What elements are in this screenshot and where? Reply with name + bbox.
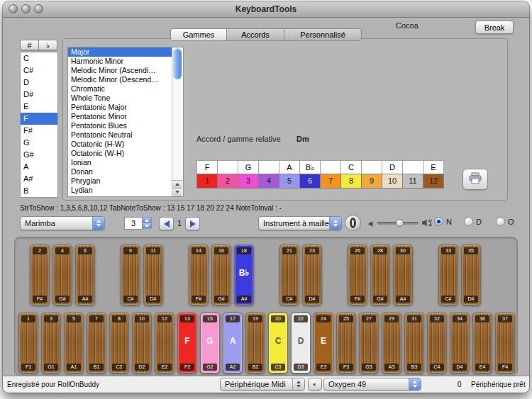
scale-list-item[interactable]: Ionian	[68, 158, 172, 167]
keyboard-bar-a1[interactable]: 5A1	[64, 313, 84, 373]
prev-page-button[interactable]	[159, 217, 174, 230]
note-list-item[interactable]: A	[21, 161, 57, 173]
keyboard-bar-e4[interactable]: 36E4	[472, 313, 492, 373]
scale-list-item[interactable]: Octatonic (H-W)	[68, 140, 172, 149]
sound-toggle-button[interactable]	[345, 215, 361, 231]
flat-button[interactable]: ♭	[38, 40, 57, 50]
keyboard-bar-gs[interactable]: 28G#	[370, 245, 390, 305]
note-list-item[interactable]: E	[21, 101, 57, 113]
stepper-down-button[interactable]	[142, 223, 152, 229]
zoom-button[interactable]	[34, 4, 43, 13]
break-button[interactable]: Break	[475, 21, 514, 34]
note-list-item[interactable]: G#	[21, 149, 57, 161]
bar-note-label: A#	[78, 296, 92, 303]
scale-list-item[interactable]: Chromatic	[68, 84, 172, 94]
keyboard-bar-fs[interactable]: 2F#	[30, 245, 50, 305]
tab-gammes[interactable]: Gammes	[170, 28, 227, 41]
keyboard-bar-cs[interactable]: 9C#	[121, 245, 140, 305]
keyboard-bar-gs[interactable]: 16G#	[211, 245, 231, 305]
scale-list-item[interactable]: Phrygian	[68, 176, 172, 186]
keyboard-bar-c4[interactable]: 32C4	[427, 313, 447, 373]
keyboard-bar-cs[interactable]: 21C#	[279, 245, 299, 305]
tab-personnalise[interactable]: Personnalisé	[284, 28, 362, 41]
scale-list-scrollbar[interactable]	[172, 47, 183, 196]
scale-list-item[interactable]: Pentatonic Major	[68, 103, 172, 112]
instrument-popup[interactable]: Marimba	[20, 216, 105, 230]
tab-accords[interactable]: Accords	[226, 28, 284, 41]
note-list-item[interactable]: B	[21, 185, 57, 197]
note-list-item[interactable]: C	[21, 52, 57, 64]
keyboard-bar-g3[interactable]: 27G3	[359, 313, 379, 373]
scale-list-item[interactable]: Major	[68, 47, 172, 57]
bar-number-label: 33	[441, 247, 455, 254]
note-list-item[interactable]: G	[21, 137, 57, 149]
radio-n[interactable]	[434, 217, 443, 226]
volume-slider[interactable]	[377, 222, 419, 225]
keyboard-bar-fs[interactable]: 26F#	[348, 245, 367, 305]
minimize-button[interactable]	[21, 4, 31, 13]
keyboard-bar-ds[interactable]: 23D#	[302, 245, 322, 305]
keyboard-bar-ds[interactable]: 35D#	[461, 245, 481, 305]
keyboard-bar-gs[interactable]: 4G#	[52, 245, 72, 305]
keyboard-bar-a2[interactable]: 17AA2	[223, 313, 243, 373]
keyboard-bar-cs[interactable]: 33C#	[438, 245, 458, 305]
close-button[interactable]	[9, 4, 18, 13]
bar-number-label: 25	[339, 315, 353, 322]
device-select-popup[interactable]: Oxygen 49	[323, 378, 421, 390]
print-button[interactable]	[462, 169, 488, 190]
keyboard-bar-c2[interactable]: 8C2	[109, 313, 129, 373]
scale-list-item[interactable]: Melodic Minor (Descend…	[68, 75, 172, 84]
scale-list-item[interactable]: Lydian	[68, 186, 172, 195]
keyboard-bar-e3[interactable]: 24EE3	[314, 313, 333, 373]
scale-list-item[interactable]: Pentatonic Blues	[68, 121, 172, 130]
scale-list-item[interactable]: Pentatonic Neutral	[68, 130, 172, 140]
radio-o[interactable]	[496, 217, 505, 226]
next-page-button[interactable]	[185, 217, 200, 230]
scale-list-item[interactable]: Pentatonic Minor	[68, 112, 172, 121]
note-list-item[interactable]: D	[21, 77, 57, 89]
keyboard-bar-as[interactable]: 30A#	[393, 245, 413, 305]
scale-list-item[interactable]: Dorian	[68, 167, 172, 176]
keyboard-bar-as[interactable]: 18B♭A#	[234, 245, 254, 305]
note-list-item[interactable]: F#	[21, 125, 57, 137]
scale-list-item[interactable]: Harmonic Minor	[68, 57, 172, 66]
keyboard-bar-d4[interactable]: 34D4	[450, 313, 470, 373]
popup-arrows-icon	[292, 378, 304, 390]
mallet-instrument-popup[interactable]: Instrument à maillet	[258, 216, 342, 230]
keyboard-bar-g2[interactable]: 15GG2	[200, 313, 220, 373]
note-list-item[interactable]: F	[21, 113, 57, 125]
scale-list-item[interactable]: Melodic Minor (Ascendi…	[68, 66, 172, 75]
keyboard-bar-g1[interactable]: 3G1	[41, 313, 61, 373]
bar-note-display: B♭	[235, 268, 253, 278]
keyboard-bar-fs[interactable]: 14F#	[189, 245, 209, 305]
keyboard-bar-as[interactable]: 6A#	[75, 245, 95, 305]
keyboard-bar-f2[interactable]: 13FF2	[177, 313, 197, 373]
radio-d[interactable]	[464, 217, 473, 226]
keyboard-bar-ds[interactable]: 11D#	[143, 245, 163, 305]
keyboard-bar-e2[interactable]: 12E2	[155, 313, 174, 373]
keyboard-bar-b3[interactable]: 31B3	[404, 313, 424, 373]
note-list-item[interactable]: A#	[21, 173, 57, 185]
keyboard-bar-b2[interactable]: 19B2	[245, 313, 265, 373]
keyboard-bar-f3[interactable]: 25F3	[336, 313, 356, 373]
scrollbar-thumb[interactable]	[173, 48, 182, 79]
bar-note-label: D#	[464, 296, 478, 303]
volume-slider-thumb[interactable]	[396, 219, 404, 227]
note-list-item[interactable]: D#	[21, 89, 57, 101]
scale-list-item[interactable]: Whole Tone	[68, 94, 172, 103]
midi-sound-button[interactable]	[308, 378, 322, 390]
keyboard-bar-b1[interactable]: 7B1	[87, 313, 106, 373]
keyboard-bar-a3[interactable]: 29A3	[382, 313, 401, 373]
midi-device-popup[interactable]: Périphérique Midi	[220, 378, 305, 390]
bar-note-display: A	[223, 336, 242, 346]
keyboard-bar-f1[interactable]: 1F1	[18, 313, 38, 373]
scale-letter-cell	[258, 160, 279, 174]
sharp-button[interactable]: #	[20, 40, 39, 50]
scale-list-item[interactable]: Octatonic (W-H)	[68, 149, 172, 158]
keyboard-bar-d3[interactable]: 22DD3	[291, 313, 311, 373]
keyboard-bar-d2[interactable]: 10D2	[132, 313, 152, 373]
note-list-item[interactable]: C#	[21, 64, 57, 77]
keyboard-bar-c3[interactable]: 20CC3	[268, 313, 288, 373]
scroll-down-button[interactable]	[172, 188, 182, 196]
keyboard-bar-f4[interactable]: 37F4	[495, 313, 515, 373]
